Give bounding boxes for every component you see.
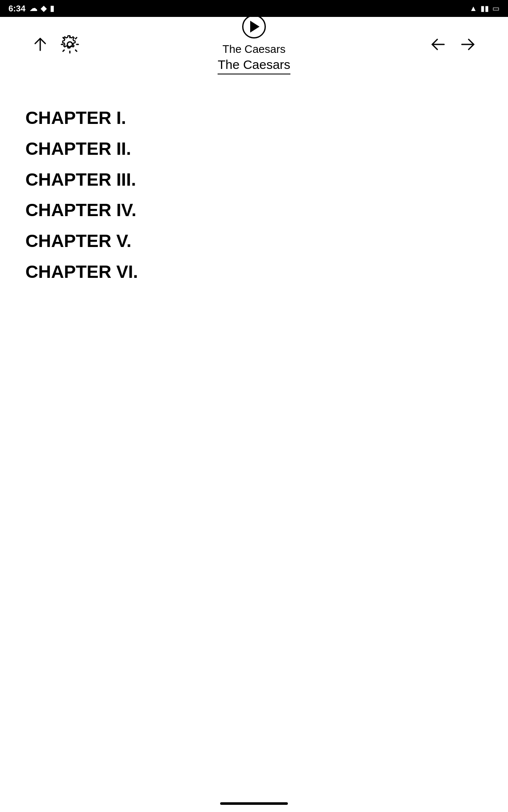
- chapter-item-5[interactable]: CHAPTER V.: [25, 229, 483, 254]
- forward-button[interactable]: [453, 30, 483, 59]
- status-bar: 6:34 ☁ ◆ ▮ ▲ ▮▮ ▭: [0, 0, 508, 17]
- book-title-area: The Caesars The Caesars: [85, 15, 423, 74]
- status-time: 6:34: [8, 4, 25, 14]
- up-button[interactable]: [25, 30, 55, 59]
- battery-icon: ▮: [50, 4, 54, 13]
- wifi-icon: ▲: [469, 4, 477, 13]
- chapter-item-6[interactable]: CHAPTER VI.: [25, 260, 483, 285]
- chapter-item-4[interactable]: CHAPTER IV.: [25, 198, 483, 223]
- chapter-list: CHAPTER I. CHAPTER II. CHAPTER III. CHAP…: [0, 72, 508, 316]
- play-button[interactable]: [242, 15, 266, 38]
- home-indicator[interactable]: [220, 802, 288, 805]
- chapter-item-2[interactable]: CHAPTER II.: [25, 137, 483, 162]
- book-subtitle: The Caesars: [223, 43, 286, 56]
- toolbar: The Caesars The Caesars: [0, 17, 508, 72]
- chapter-item-3[interactable]: CHAPTER III.: [25, 167, 483, 192]
- bottom-nav-bar: [0, 795, 508, 812]
- signal-icon: ▮▮: [480, 4, 489, 13]
- chapter-item-1[interactable]: CHAPTER I.: [25, 106, 483, 131]
- book-title: The Caesars: [218, 58, 290, 74]
- back-button[interactable]: [423, 30, 453, 59]
- cloud-icon: ☁: [30, 4, 37, 13]
- vpn-icon: ◆: [41, 4, 47, 13]
- battery-level-icon: ▭: [492, 4, 500, 13]
- settings-button[interactable]: [55, 30, 85, 59]
